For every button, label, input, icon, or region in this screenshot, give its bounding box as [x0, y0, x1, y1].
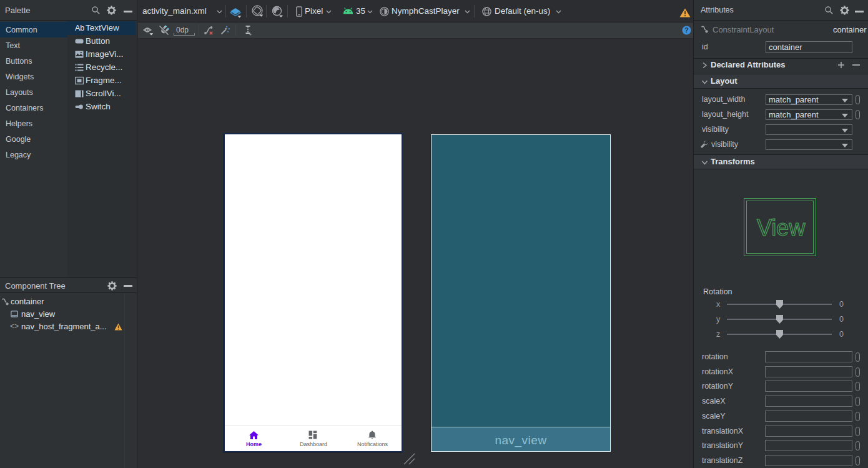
svg-text:?: ?	[684, 26, 688, 34]
